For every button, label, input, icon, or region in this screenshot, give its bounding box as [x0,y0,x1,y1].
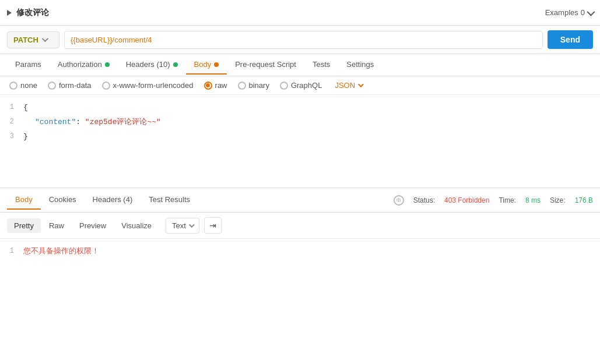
text-format-label: Text [172,221,186,230]
authorization-dot [105,62,110,67]
resp-tab-body[interactable]: Body [7,190,41,210]
radio-urlencoded[interactable]: x-www-form-urlencoded [102,81,194,90]
line-num-3: 3 [0,131,23,142]
code-line-1: 1 { [0,101,600,115]
response-tabs-bar: Body Cookies Headers (4) Test Results ⊕ … [0,188,600,213]
url-input[interactable] [64,31,543,49]
radio-binary-label: binary [249,81,269,90]
radio-raw-circle [204,82,212,90]
json-chevron-icon [358,82,364,87]
radio-none-label: none [20,81,37,90]
resp-tab-test-results[interactable]: Test Results [141,190,198,210]
status-value: 403 Forbidden [444,196,489,204]
request-tabs-bar: Params Authorization Headers (10) Body P… [0,54,600,76]
text-format-chevron-icon [189,222,195,228]
wrap-button[interactable]: ⇥ [204,217,222,234]
request-name: 修改评论 [16,8,49,18]
fmt-pretty-button[interactable]: Pretty [7,218,41,233]
tab-settings[interactable]: Settings [338,55,382,75]
json-label: JSON [335,81,355,90]
examples-chevron-icon[interactable] [587,8,595,16]
code-content-2: "content": "zep5de评论评论~~" [23,116,161,129]
line-num-1: 1 [0,102,23,113]
json-dropdown[interactable]: JSON [335,81,362,90]
status-label: Status: [413,196,435,204]
headers-dot [173,62,178,67]
radio-form-data-circle [48,82,56,90]
tab-params[interactable]: Params [7,55,50,75]
fmt-visualize-button[interactable]: Visualize [114,218,159,233]
top-bar: 修改评论 Examples 0 [0,0,600,26]
resp-status-area: ⊕ Status: 403 Forbidden Time: 8 ms Size:… [394,195,593,206]
radio-raw[interactable]: raw [204,81,227,90]
radio-graphql-circle [280,82,288,90]
wrap-icon: ⇥ [209,221,216,230]
collapse-icon[interactable] [7,10,12,16]
code-content-1: { [23,102,28,114]
radio-graphql[interactable]: GraphQL [280,81,322,90]
examples-area[interactable]: Examples 0 [545,8,593,17]
request-title: 修改评论 [7,8,49,18]
time-value: 8 ms [525,196,541,204]
code-line-2: 2 "content": "zep5de评论评论~~" [0,115,600,130]
radio-binary-circle [238,82,246,90]
tab-tests[interactable]: Tests [304,55,338,75]
tab-headers[interactable]: Headers (10) [118,55,186,75]
radio-binary[interactable]: binary [238,81,269,90]
size-value: 176 B [575,196,593,204]
globe-icon: ⊕ [394,195,404,206]
resp-tab-cookies[interactable]: Cookies [41,190,85,210]
resp-format-bar: Pretty Raw Preview Visualize Text ⇥ [0,213,600,239]
tab-authorization[interactable]: Authorization [50,55,118,75]
body-dot [214,62,219,67]
tab-pre-request[interactable]: Pre-request Script [227,55,304,75]
size-label: Size: [550,196,566,204]
method-label: PATCH [13,36,38,44]
send-button[interactable]: Send [548,30,593,49]
line-num-2: 2 [0,116,23,128]
radio-graphql-label: GraphQL [291,81,322,90]
examples-count: 0 [581,8,585,17]
radio-urlencoded-label: x-www-form-urlencoded [113,81,194,90]
resp-tab-headers[interactable]: Headers (4) [85,190,141,210]
radio-raw-inner [206,83,210,87]
resp-line-1: 1 您不具备操作的权限！ [0,245,600,259]
radio-none[interactable]: none [9,81,37,90]
radio-urlencoded-circle [102,82,110,90]
fmt-raw-button[interactable]: Raw [42,218,71,233]
resp-body-content: 您不具备操作的权限！ [23,246,99,258]
text-format-dropdown[interactable]: Text [166,218,199,234]
radio-form-data[interactable]: form-data [48,81,92,90]
time-label: Time: [499,196,516,204]
resp-line-num-1: 1 [0,246,23,257]
radio-none-circle [9,82,17,90]
url-bar: PATCH Send [0,26,600,54]
tab-body[interactable]: Body [186,55,227,75]
resp-body: 1 您不具备操作的权限！ [0,239,600,265]
code-editor[interactable]: 1 { 2 "content": "zep5de评论评论~~" 3 } [0,95,600,188]
response-section: Body Cookies Headers (4) Test Results ⊕ … [0,188,600,265]
fmt-preview-button[interactable]: Preview [72,218,113,233]
examples-label: Examples [545,8,578,17]
code-line-3: 3 } [0,130,600,144]
method-selector[interactable]: PATCH [7,31,59,48]
code-content-3: } [23,131,28,143]
radio-form-data-label: form-data [59,81,92,90]
body-type-row: none form-data x-www-form-urlencoded raw… [0,76,600,95]
method-chevron-icon [42,36,48,42]
radio-raw-label: raw [215,81,227,90]
